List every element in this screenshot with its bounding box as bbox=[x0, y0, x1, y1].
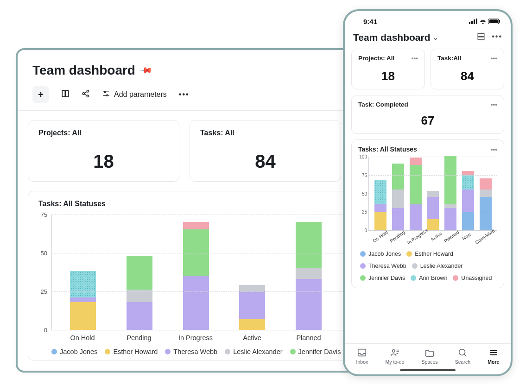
home-indicator[interactable] bbox=[400, 369, 456, 371]
legend-swatch bbox=[225, 349, 230, 354]
page-title[interactable]: Team dashboard ⌄ bbox=[353, 32, 438, 43]
bar-column[interactable] bbox=[427, 191, 439, 230]
tab-label: Inbox bbox=[356, 359, 368, 365]
legend-label: Leslie Alexander bbox=[420, 263, 463, 269]
legend-item[interactable]: Esther Howard bbox=[406, 251, 453, 257]
svg-rect-12 bbox=[476, 19, 477, 24]
legend-label: Theresa Webb bbox=[368, 263, 406, 269]
y-tick-label: 0 bbox=[44, 327, 47, 334]
tab-inbox[interactable]: Inbox bbox=[356, 348, 368, 365]
bar-column[interactable] bbox=[480, 178, 492, 230]
tab-spaces[interactable]: Spaces bbox=[422, 348, 438, 365]
x-tick-label: Active bbox=[224, 334, 280, 341]
card-menu-icon[interactable]: ••• bbox=[491, 146, 497, 153]
y-tick-label: 75 bbox=[41, 211, 47, 218]
kpi-value: 84 bbox=[437, 69, 497, 83]
svg-point-2 bbox=[87, 90, 89, 92]
legend-item[interactable]: Jacob Jones bbox=[51, 348, 97, 355]
bar-segment bbox=[444, 156, 456, 204]
share-icon[interactable] bbox=[82, 89, 90, 100]
kpi-card-completed[interactable]: Task: Completed ••• 67 bbox=[351, 95, 504, 134]
add-parameters-label: Add parameters bbox=[114, 90, 167, 99]
legend-item[interactable]: Jennifer Davis bbox=[290, 348, 341, 355]
legend-item[interactable]: Unassigned bbox=[453, 275, 492, 281]
x-tick-label: On Hold bbox=[54, 334, 111, 341]
legend-item[interactable]: Theresa Webb bbox=[360, 263, 406, 269]
bar-segment bbox=[296, 222, 322, 268]
tab-label: Search bbox=[455, 359, 470, 365]
chart-title: Tasks: All Statuses bbox=[358, 145, 417, 153]
tab-my-todo[interactable]: My to-do bbox=[385, 348, 404, 365]
bar-column[interactable] bbox=[296, 222, 322, 330]
bar-column[interactable] bbox=[410, 158, 422, 230]
bar-column[interactable] bbox=[70, 271, 96, 330]
legend-swatch bbox=[290, 349, 296, 354]
legend-item[interactable]: Ann Brown bbox=[411, 275, 447, 281]
chart-legend: Jacob JonesEsther HowardTheresa WebbLesl… bbox=[360, 251, 497, 281]
more-menu-icon[interactable]: ••• bbox=[492, 32, 502, 43]
bar-segment bbox=[70, 297, 96, 302]
legend-label: Leslie Alexander bbox=[233, 348, 282, 355]
bar-column[interactable] bbox=[392, 164, 404, 230]
bar-column[interactable] bbox=[374, 180, 386, 230]
status-time: 9:41 bbox=[363, 18, 377, 25]
more-menu-icon[interactable]: ••• bbox=[179, 90, 190, 99]
wifi-icon bbox=[479, 18, 487, 25]
bar-segment bbox=[462, 171, 474, 175]
layout-icon[interactable] bbox=[61, 89, 70, 100]
kpi-title: Tasks: All bbox=[200, 129, 330, 137]
legend-item[interactable]: Theresa Webb bbox=[165, 348, 217, 355]
add-button[interactable]: + bbox=[32, 86, 49, 103]
legend-item[interactable]: Esther Howard bbox=[105, 348, 158, 355]
legend-item[interactable]: Leslie Alexander bbox=[412, 263, 463, 269]
svg-rect-1 bbox=[66, 90, 69, 97]
kpi-card-projects[interactable]: Projects: All 18 bbox=[28, 120, 179, 182]
pin-icon[interactable]: 📌 bbox=[139, 63, 153, 77]
card-menu-icon[interactable]: ••• bbox=[491, 55, 497, 62]
svg-point-6 bbox=[104, 91, 106, 93]
card-menu-icon[interactable]: ••• bbox=[412, 55, 418, 62]
x-tick-label: In Progress bbox=[167, 334, 224, 341]
x-tick-label: Pending bbox=[389, 229, 405, 243]
add-parameters-button[interactable]: Add parameters bbox=[102, 89, 167, 100]
legend-swatch bbox=[51, 349, 57, 354]
kpi-card-projects[interactable]: Projects: All ••• 18 bbox=[351, 49, 425, 89]
legend-label: Ann Brown bbox=[419, 275, 447, 281]
legend-swatch bbox=[412, 263, 418, 269]
card-menu-icon[interactable]: ••• bbox=[491, 101, 497, 108]
y-tick-label: 100 bbox=[359, 154, 367, 159]
kpi-card-tasks[interactable]: Tasks: All 84 bbox=[190, 120, 341, 182]
legend-label: Esther Howard bbox=[113, 348, 158, 355]
svg-rect-10 bbox=[471, 21, 473, 24]
tab-label: Spaces bbox=[422, 359, 438, 365]
bar-segment bbox=[410, 204, 422, 230]
legend-swatch bbox=[360, 275, 366, 281]
legend-label: Jacob Jones bbox=[60, 348, 97, 355]
legend-item[interactable]: Jennifer Davis bbox=[360, 275, 405, 281]
y-tick-label: 25 bbox=[362, 209, 367, 215]
svg-rect-15 bbox=[499, 20, 500, 23]
tab-search[interactable]: Search bbox=[455, 348, 470, 365]
bar-segment bbox=[239, 291, 265, 319]
sliders-icon bbox=[102, 89, 110, 100]
legend-item[interactable]: Jacob Jones bbox=[360, 251, 401, 257]
x-tick-label: Planned bbox=[443, 229, 460, 243]
bar-segment bbox=[392, 190, 404, 208]
svg-point-8 bbox=[107, 95, 108, 96]
svg-rect-9 bbox=[469, 22, 470, 24]
legend-item[interactable]: Leslie Alexander bbox=[225, 348, 282, 355]
tab-more[interactable]: More bbox=[488, 348, 499, 365]
battery-icon bbox=[488, 18, 500, 25]
bar-column[interactable] bbox=[183, 222, 209, 330]
bar-column[interactable] bbox=[127, 256, 152, 330]
svg-point-20 bbox=[459, 349, 465, 355]
bar-column[interactable] bbox=[462, 171, 474, 230]
bar-segment bbox=[410, 158, 422, 165]
legend-label: Jennifer Davis bbox=[368, 275, 405, 281]
kpi-card-tasks[interactable]: Task:All ••• 84 bbox=[431, 49, 504, 89]
mobile-header: Team dashboard ⌄ ••• bbox=[345, 28, 511, 49]
chevron-down-icon: ⌄ bbox=[433, 34, 438, 41]
view-toggle-icon[interactable] bbox=[477, 32, 485, 43]
bar-segment bbox=[392, 208, 404, 230]
tab-label: More bbox=[488, 359, 499, 365]
